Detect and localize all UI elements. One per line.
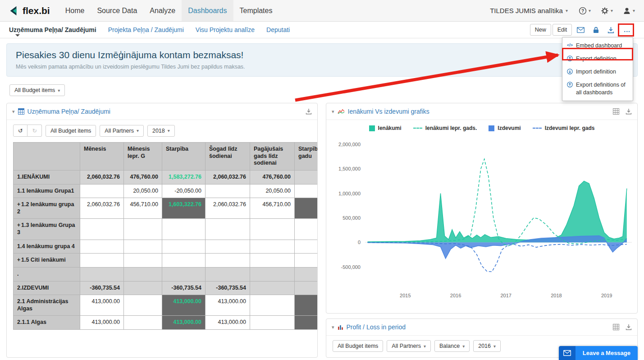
filter-label: All Partners — [392, 343, 421, 349]
chart-widget-title[interactable]: Ienākumi Vs izdevumi grafiks — [348, 108, 429, 115]
page-budget-items-filter[interactable]: All Budget items ▾ — [9, 84, 65, 96]
row-label: 2.1.1 Algas — [14, 316, 80, 330]
table-row: +1.5 Citi ienākumi — [14, 254, 318, 268]
budget-items-filter[interactable]: All Budget items — [333, 340, 383, 352]
user-menu[interactable]: ▾ — [618, 7, 639, 15]
table-header-row: Mēnesis Mēnesis Iepr. G Starpība Šogad l… — [14, 143, 318, 171]
new-dashboard-button[interactable]: New — [530, 24, 551, 36]
tab-projekta-pelna[interactable]: Projekta Peļņa / Zaudējumi — [108, 26, 184, 33]
leave-a-message-button[interactable]: Leave a Message — [559, 346, 638, 360]
year-filter[interactable]: 2016 ▾ — [473, 340, 501, 352]
chart-widget-header-icons — [613, 108, 632, 115]
collapse-caret-icon[interactable]: ▾ — [332, 324, 334, 330]
pl-widget-title[interactable]: Uzņēmuma Peļņa/ Zaudējumi — [27, 108, 110, 115]
flexbi-logo-icon — [8, 5, 19, 16]
export-widget-button[interactable] — [626, 324, 632, 330]
table-cell: 476,760.00 — [250, 170, 295, 184]
partners-filter[interactable]: All Partners ▾ — [100, 125, 144, 137]
budget-items-filter[interactable]: All Budget items — [46, 125, 96, 137]
row-label: 2.IZDEVUMI — [14, 281, 80, 295]
flexbi-logo[interactable]: flex.bi — [8, 5, 50, 16]
expand-icon[interactable]: + — [17, 257, 20, 263]
pl-widget-toolbar: ↺ ↻ All Budget items All Partners ▾ 2018… — [7, 120, 317, 141]
table-cell: 456,710.00 — [250, 198, 295, 219]
share-dashboard-button[interactable] — [573, 25, 588, 35]
table-cell — [250, 316, 295, 330]
collapse-caret-icon[interactable]: ▾ — [12, 109, 15, 115]
collapse-caret-icon[interactable]: ▾ — [332, 109, 334, 115]
lock-dashboard-button[interactable] — [589, 25, 603, 35]
tab-visu-projektu[interactable]: Visu Projektu analīze — [196, 26, 255, 33]
settings-menu[interactable]: ▾ — [596, 7, 617, 15]
menu-item-embed-dashboard[interactable]: </> Embed dashboard — [562, 39, 633, 52]
year-filter[interactable]: 2018 ▾ — [147, 125, 175, 137]
expand-icon[interactable]: + — [17, 201, 20, 208]
svg-text:1,000,000: 1,000,000 — [338, 191, 361, 196]
column-header: Šogad līdz šodienai — [206, 143, 250, 171]
profit-widget-title[interactable]: Profit / Loss in period — [347, 323, 406, 331]
redo-icon: ↻ — [32, 127, 37, 134]
menu-item-export-definition[interactable]: Export definition — [562, 52, 633, 65]
chevron-down-icon: ▾ — [633, 8, 635, 13]
nav-home[interactable]: Home — [59, 0, 91, 21]
expand-icon[interactable]: + — [17, 222, 20, 228]
table-cell — [295, 240, 318, 254]
svg-text:1,500,000: 1,500,000 — [338, 166, 361, 171]
dashboard-tabbar: Uzņēmuma Peļņa/ Zaudējumi Projekta Peļņa… — [0, 22, 644, 38]
download-icon — [626, 324, 632, 330]
undo-icon: ↺ — [18, 127, 23, 134]
legend-item-izdevumi[interactable]: Izdevumi — [489, 125, 521, 131]
table-widget-icon — [18, 108, 24, 115]
svg-text:2017: 2017 — [501, 293, 512, 298]
export-widget-button[interactable] — [306, 108, 312, 115]
undo-button[interactable]: ↺ — [13, 125, 27, 137]
help-menu[interactable]: ? ▾ — [574, 7, 595, 15]
code-icon: </> — [567, 42, 573, 48]
download-dashboard-button[interactable] — [604, 25, 618, 35]
chevron-down-icon: ▾ — [137, 128, 139, 133]
balance-filter[interactable]: Balance ▾ — [434, 340, 470, 352]
svg-text:2019: 2019 — [601, 293, 612, 298]
table-cell — [124, 295, 162, 316]
nav-source-data[interactable]: Source Data — [91, 0, 143, 21]
table-cell — [124, 254, 162, 268]
lock-icon — [593, 27, 599, 33]
partners-filter[interactable]: All Partners ▾ — [387, 340, 431, 352]
account-menu[interactable]: TILDES JUMIS analītika ▾ — [484, 7, 573, 14]
tab-uznemuma-pelna[interactable]: Uzņēmuma Peļņa/ Zaudējumi — [9, 26, 96, 33]
table-cell: 2,060,032.76 — [206, 198, 250, 219]
download-icon — [607, 27, 614, 33]
svg-text:2018: 2018 — [551, 293, 562, 298]
table-cell: 413,000.00 — [80, 316, 124, 330]
export-widget-button[interactable] — [626, 108, 632, 115]
nav-dashboards[interactable]: Dashboards — [182, 0, 233, 21]
view-as-table-button[interactable] — [613, 108, 619, 115]
undo-redo-group: ↺ ↻ — [13, 125, 42, 137]
view-as-table-button[interactable] — [613, 324, 619, 330]
chat-label: Leave a Message — [575, 346, 638, 360]
menu-item-export-all-definitions[interactable]: Export definitions of all dashboards — [562, 78, 633, 99]
nav-templates[interactable]: Templates — [233, 0, 279, 21]
legend-swatch — [413, 128, 422, 129]
filter-label: All Partners — [105, 128, 134, 134]
menu-item-import-definition[interactable]: Import definition — [562, 65, 633, 78]
table-cell — [206, 184, 250, 198]
legend-item-izdevumi-iepr[interactable]: Izdevumi Iepr. gads — [533, 125, 595, 131]
legend-item-ienakumi[interactable]: Ienākumi — [369, 125, 402, 131]
tab-deputati[interactable]: Deputati — [266, 26, 290, 33]
table-row: 2.1 Administrācijas Algas413,000.00413,0… — [14, 295, 318, 316]
pl-table-widget: ▾ Uzņēmuma Peļņa/ Zaudējumi ↺ — [6, 103, 318, 358]
nav-analyze[interactable]: Analyze — [143, 0, 182, 21]
download-icon — [306, 108, 312, 115]
table-cell: 1,603 — [295, 198, 318, 219]
edit-dashboard-button[interactable]: Edit — [553, 24, 572, 36]
export-icon — [567, 55, 573, 61]
legend-item-ienakumi-iepr[interactable]: Ienākumi Iepr. gads. — [413, 125, 477, 131]
table-cell: 456,710.00 — [124, 198, 162, 219]
table-cell — [206, 267, 250, 281]
more-actions-button[interactable]: ... — [619, 24, 635, 35]
pl-table-body: 1.IENĀKUMI2,060,032.76476,760.001,583,27… — [14, 170, 318, 329]
redo-button[interactable]: ↻ — [27, 125, 41, 137]
table-cell — [250, 240, 295, 254]
income-expense-widget: ▾ Ienākumi Vs izdevumi grafiks — [326, 103, 638, 314]
